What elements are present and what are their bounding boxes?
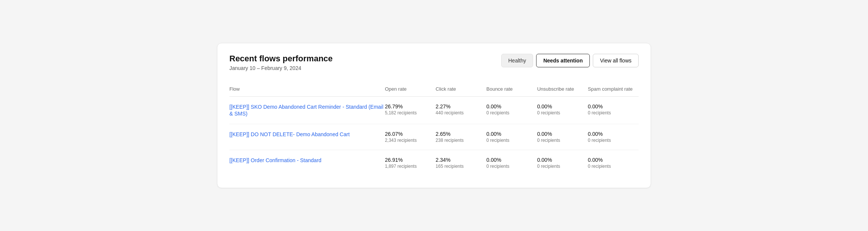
flow-name-cell: [[KEEP]] Order Confirmation - Standard bbox=[229, 150, 385, 176]
flow-link[interactable]: [[KEEP]] SKO Demo Abandoned Cart Reminde… bbox=[229, 104, 383, 117]
col-open-rate: Open rate bbox=[385, 83, 436, 97]
open-rate-recipients: 2,343 recipients bbox=[385, 138, 436, 143]
click-rate-recipients: 165 recipients bbox=[436, 164, 486, 169]
col-bounce-rate: Bounce rate bbox=[487, 83, 537, 97]
click-rate-recipients: 440 recipients bbox=[436, 110, 486, 116]
bounce-rate-value: 0.00% bbox=[487, 131, 537, 137]
bounce-rate-recipients: 0 recipients bbox=[487, 110, 537, 116]
flow-link[interactable]: [[KEEP]] DO NOT DELETE- Demo Abandoned C… bbox=[229, 131, 350, 137]
bounce-rate-cell: 0.00% 0 recipients bbox=[487, 124, 537, 150]
col-click-rate: Click rate bbox=[436, 83, 486, 97]
unsubscribe-rate-value: 0.00% bbox=[537, 157, 588, 163]
click-rate-cell: 2.34% 165 recipients bbox=[436, 150, 486, 176]
click-rate-value: 2.65% bbox=[436, 131, 486, 137]
title-section: Recent flows performance January 10 – Fe… bbox=[229, 54, 333, 71]
bounce-rate-recipients: 0 recipients bbox=[487, 138, 537, 143]
unsubscribe-rate-recipients: 0 recipients bbox=[537, 110, 588, 116]
spam-rate-value: 0.00% bbox=[588, 131, 639, 137]
spam-rate-value: 0.00% bbox=[588, 103, 639, 109]
click-rate-cell: 2.27% 440 recipients bbox=[436, 97, 486, 124]
card-subtitle: January 10 – February 9, 2024 bbox=[229, 65, 333, 71]
click-rate-recipients: 238 recipients bbox=[436, 138, 486, 143]
bounce-rate-recipients: 0 recipients bbox=[487, 164, 537, 169]
open-rate-recipients: 1,897 recipients bbox=[385, 164, 436, 169]
click-rate-value: 2.34% bbox=[436, 157, 486, 163]
spam-rate-recipients: 0 recipients bbox=[588, 110, 639, 116]
spam-rate-recipients: 0 recipients bbox=[588, 164, 639, 169]
flows-table: Flow Open rate Click rate Bounce rate Un… bbox=[229, 83, 639, 176]
bounce-rate-value: 0.00% bbox=[487, 157, 537, 163]
card-header: Recent flows performance January 10 – Fe… bbox=[229, 54, 639, 71]
unsubscribe-rate-cell: 0.00% 0 recipients bbox=[537, 97, 588, 124]
unsubscribe-rate-cell: 0.00% 0 recipients bbox=[537, 150, 588, 176]
unsubscribe-rate-cell: 0.00% 0 recipients bbox=[537, 124, 588, 150]
flow-name-cell: [[KEEP]] DO NOT DELETE- Demo Abandoned C… bbox=[229, 124, 385, 150]
open-rate-cell: 26.07% 2,343 recipients bbox=[385, 124, 436, 150]
card-title: Recent flows performance bbox=[229, 54, 333, 64]
click-rate-cell: 2.65% 238 recipients bbox=[436, 124, 486, 150]
spam-rate-value: 0.00% bbox=[588, 157, 639, 163]
table-body: [[KEEP]] SKO Demo Abandoned Cart Reminde… bbox=[229, 97, 639, 176]
table-header: Flow Open rate Click rate Bounce rate Un… bbox=[229, 83, 639, 97]
unsubscribe-rate-recipients: 0 recipients bbox=[537, 164, 588, 169]
flow-link[interactable]: [[KEEP]] Order Confirmation - Standard bbox=[229, 157, 321, 163]
table-row: [[KEEP]] DO NOT DELETE- Demo Abandoned C… bbox=[229, 124, 639, 150]
bounce-rate-cell: 0.00% 0 recipients bbox=[487, 150, 537, 176]
bounce-rate-cell: 0.00% 0 recipients bbox=[487, 97, 537, 124]
col-unsubscribe-rate: Unsubscribe rate bbox=[537, 83, 588, 97]
open-rate-value: 26.07% bbox=[385, 131, 436, 137]
flow-name-cell: [[KEEP]] SKO Demo Abandoned Cart Reminde… bbox=[229, 97, 385, 124]
open-rate-cell: 26.79% 5,182 recipients bbox=[385, 97, 436, 124]
spam-rate-cell: 0.00% 0 recipients bbox=[588, 124, 639, 150]
unsubscribe-rate-value: 0.00% bbox=[537, 131, 588, 137]
table-row: [[KEEP]] SKO Demo Abandoned Cart Reminde… bbox=[229, 97, 639, 124]
needs-attention-button[interactable]: Needs attention bbox=[536, 54, 590, 67]
spam-rate-cell: 0.00% 0 recipients bbox=[588, 97, 639, 124]
header-actions: Healthy Needs attention View all flows bbox=[501, 54, 639, 67]
healthy-button[interactable]: Healthy bbox=[501, 54, 533, 67]
header-row: Flow Open rate Click rate Bounce rate Un… bbox=[229, 83, 639, 97]
open-rate-recipients: 5,182 recipients bbox=[385, 110, 436, 116]
col-spam-rate: Spam complaint rate bbox=[588, 83, 639, 97]
spam-rate-recipients: 0 recipients bbox=[588, 138, 639, 143]
recent-flows-card: Recent flows performance January 10 – Fe… bbox=[217, 43, 651, 188]
col-flow: Flow bbox=[229, 83, 385, 97]
open-rate-value: 26.79% bbox=[385, 103, 436, 109]
unsubscribe-rate-recipients: 0 recipients bbox=[537, 138, 588, 143]
open-rate-value: 26.91% bbox=[385, 157, 436, 163]
click-rate-value: 2.27% bbox=[436, 103, 486, 109]
unsubscribe-rate-value: 0.00% bbox=[537, 103, 588, 109]
view-all-flows-button[interactable]: View all flows bbox=[593, 54, 639, 67]
open-rate-cell: 26.91% 1,897 recipients bbox=[385, 150, 436, 176]
spam-rate-cell: 0.00% 0 recipients bbox=[588, 150, 639, 176]
bounce-rate-value: 0.00% bbox=[487, 103, 537, 109]
table-row: [[KEEP]] Order Confirmation - Standard 2… bbox=[229, 150, 639, 176]
